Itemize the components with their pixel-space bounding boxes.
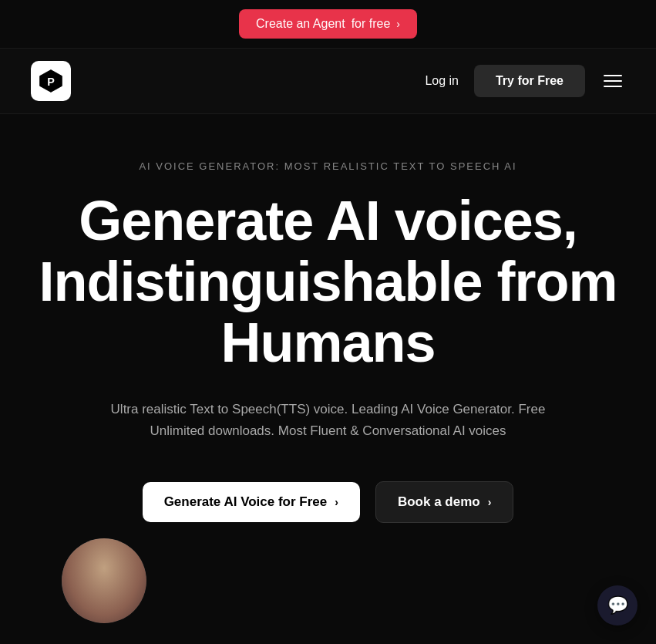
- chat-icon: 💬: [607, 595, 628, 615]
- logo[interactable]: P: [31, 61, 71, 101]
- try-for-free-button[interactable]: Try for Free: [474, 65, 585, 97]
- create-agent-label: Create an Agent: [256, 17, 345, 31]
- banner-chevron-icon: ›: [396, 18, 400, 30]
- hamburger-line-3: [604, 86, 622, 87]
- generate-label: Generate AI Voice for Free: [164, 494, 328, 510]
- try-free-label: Try for Free: [496, 74, 563, 87]
- hamburger-line-1: [604, 75, 622, 76]
- book-demo-button[interactable]: Book a demo ›: [375, 481, 513, 523]
- demo-label: Book a demo: [398, 494, 480, 510]
- avatar-face: [62, 538, 146, 623]
- hero-title-line3: Humans: [220, 312, 435, 373]
- generate-chevron-icon: ›: [335, 496, 338, 508]
- nav-right: Log in Try for Free: [425, 65, 625, 97]
- hero-description: Ultra realistic Text to Speech(TTS) voic…: [105, 399, 552, 443]
- hero-title: Generate AI voices, Indistinguishable fr…: [31, 191, 625, 374]
- avatar: [62, 538, 146, 623]
- login-label: Log in: [425, 74, 459, 87]
- hero-title-line2: Indistinguishable from: [39, 251, 617, 312]
- chat-bubble-button[interactable]: 💬: [597, 585, 637, 625]
- svg-text:P: P: [47, 76, 55, 88]
- hero-title-line1: Generate AI voices,: [79, 190, 577, 251]
- logo-icon: P: [39, 69, 63, 93]
- cta-buttons: Generate AI Voice for Free › Book a demo…: [31, 481, 625, 523]
- login-button[interactable]: Log in: [425, 74, 459, 88]
- hamburger-line-2: [604, 80, 622, 82]
- navbar: P Log in Try for Free: [0, 49, 656, 114]
- demo-chevron-icon: ›: [488, 496, 492, 508]
- hero-subtitle: AI VOICE GENERATOR: MOST REALISTIC TEXT …: [31, 160, 625, 172]
- hero-section: AI VOICE GENERATOR: MOST REALISTIC TEXT …: [0, 114, 656, 600]
- generate-voice-button[interactable]: Generate AI Voice for Free ›: [143, 482, 360, 522]
- menu-button[interactable]: [600, 72, 625, 90]
- create-agent-button[interactable]: Create an Agent for free ›: [239, 9, 417, 39]
- top-banner: Create an Agent for free ›: [0, 0, 656, 49]
- for-free-label: for free: [352, 17, 391, 31]
